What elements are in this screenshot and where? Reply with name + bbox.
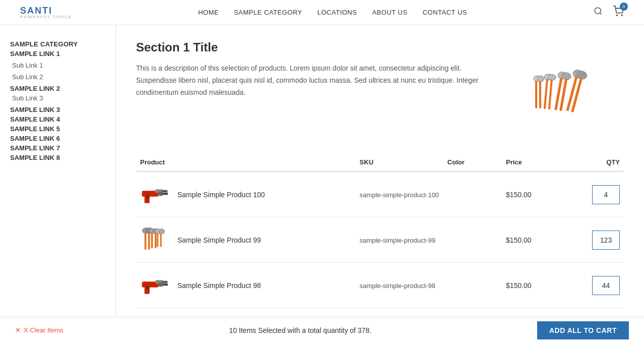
sidebar: SAMPLE CATEGORY SAMPLE LINK 1 Sub Link 1… <box>0 25 116 343</box>
price-value: $150.00 <box>506 281 532 290</box>
cart-count: 0 <box>620 3 628 11</box>
header-icons: 0 <box>594 6 624 19</box>
table-row: Sample Simple Product 99 sample-simple-p… <box>136 217 624 263</box>
svg-line-1 <box>600 13 601 14</box>
svg-rect-43 <box>147 286 149 289</box>
nav-about-us[interactable]: ABOUT US <box>372 9 407 16</box>
col-header-qty: QTY <box>575 153 624 172</box>
product-cell: Sample Simple Product 100 <box>136 172 356 217</box>
clear-items-label: X Clear Items <box>24 326 63 334</box>
nav-contact-us[interactable]: CONTACT US <box>423 9 467 16</box>
color-cell <box>443 217 502 263</box>
product-name: Sample Simple Product 100 <box>177 191 265 199</box>
sidebar-item-sample-category[interactable]: SAMPLE CATEGORY <box>10 40 105 48</box>
cart-icon[interactable]: 0 <box>613 6 624 19</box>
svg-rect-26 <box>163 193 168 195</box>
price-value: $150.00 <box>506 191 532 199</box>
nav-sample-category[interactable]: SAMPLE CATEGORY <box>234 9 302 16</box>
product-image <box>140 270 169 301</box>
svg-point-3 <box>621 15 622 16</box>
product-image <box>140 179 169 210</box>
sidebar-item-link2[interactable]: SAMPLE LINK 2 <box>10 85 105 92</box>
svg-rect-29 <box>145 233 147 250</box>
section-header: This is a description of this selection … <box>136 63 624 138</box>
svg-rect-30 <box>148 233 150 250</box>
sidebar-item-link4[interactable]: SAMPLE LINK 4 <box>10 116 105 123</box>
svg-rect-19 <box>539 81 541 108</box>
svg-point-17 <box>537 76 544 82</box>
price-value: $150.00 <box>506 236 532 244</box>
sidebar-item-link7[interactable]: SAMPLE LINK 7 <box>10 144 105 152</box>
logo-sub: POWERFUL TOOLS <box>20 15 72 19</box>
svg-rect-44 <box>158 282 163 287</box>
col-header-product: Product <box>136 153 356 172</box>
nav-locations[interactable]: LOCATIONS <box>317 9 357 16</box>
product-name: Sample Simple Product 98 <box>177 281 261 290</box>
product-name: Sample Simple Product 99 <box>177 236 261 244</box>
sidebar-item-link1[interactable]: SAMPLE LINK 1 <box>10 50 105 58</box>
col-header-price: Price <box>502 153 575 172</box>
qty-input[interactable] <box>592 185 620 204</box>
sku-cell: sample-simple-product-99 <box>356 217 443 263</box>
svg-rect-15 <box>548 79 553 109</box>
price-cell: $150.00 <box>502 217 575 263</box>
svg-point-2 <box>616 15 617 16</box>
main-nav: HOME SAMPLE CATEGORY LOCATIONS ABOUT US … <box>198 9 467 16</box>
section-description: This is a description of this selection … <box>136 63 493 138</box>
sidebar-item-link5[interactable]: SAMPLE LINK 5 <box>10 125 105 133</box>
svg-rect-33 <box>151 233 153 248</box>
sku-value: sample-simple-product-98 <box>360 282 435 290</box>
svg-rect-37 <box>157 233 158 247</box>
sku-value: sample-simple-product-99 <box>360 237 435 244</box>
sidebar-item-link3[interactable]: SAMPLE LINK 3 <box>10 106 105 113</box>
svg-point-36 <box>159 229 165 234</box>
qty-input[interactable] <box>592 276 620 295</box>
qty-cell <box>575 217 624 263</box>
qty-input[interactable] <box>592 231 620 250</box>
nav-home[interactable]: HOME <box>198 9 219 16</box>
svg-rect-14 <box>544 79 548 109</box>
price-cell: $150.00 <box>502 263 575 308</box>
sku-value: sample-simple-product-100 <box>360 191 439 199</box>
col-header-color: Color <box>443 153 502 172</box>
section-title: Section 1 Title <box>136 40 624 54</box>
sidebar-item-link8[interactable]: SAMPLE LINK 8 <box>10 154 105 161</box>
price-cell: $150.00 <box>502 172 575 217</box>
sidebar-sublink3[interactable]: Sub Link 3 <box>12 94 105 102</box>
logo-name: SANTI <box>20 6 72 15</box>
col-header-sku: SKU <box>356 153 443 172</box>
svg-rect-38 <box>160 233 162 247</box>
color-cell <box>443 172 502 217</box>
svg-rect-34 <box>155 233 157 248</box>
summary-text: 10 Items Selected with a total quantity … <box>229 326 372 334</box>
sku-cell: sample-simple-product-100 <box>356 172 443 217</box>
svg-point-0 <box>595 8 601 14</box>
product-image <box>140 224 169 255</box>
table-row: Sample Simple Product 98 sample-simple-p… <box>136 263 624 308</box>
search-icon[interactable] <box>594 7 603 18</box>
logo[interactable]: SANTI POWERFUL TOOLS <box>20 6 72 19</box>
header: SANTI POWERFUL TOOLS HOME SAMPLE CATEGOR… <box>0 0 644 25</box>
main-content: Section 1 Title This is a description of… <box>116 25 644 343</box>
svg-rect-25 <box>158 192 163 196</box>
bottom-bar: ✕ X Clear Items 10 Items Selected with a… <box>0 317 644 343</box>
svg-rect-22 <box>162 190 168 192</box>
sidebar-sublink2[interactable]: Sub Link 2 <box>12 73 105 81</box>
product-cell: Sample Simple Product 98 <box>136 263 356 308</box>
qty-cell <box>575 263 624 308</box>
hero-image <box>513 63 624 138</box>
table-row: Sample Simple Product 100 sample-simple-… <box>136 172 624 217</box>
sku-cell: sample-simple-product-98 <box>356 263 443 308</box>
svg-rect-24 <box>147 195 149 198</box>
sidebar-item-link6[interactable]: SAMPLE LINK 6 <box>10 135 105 142</box>
add-all-to-cart-button[interactable]: ADD ALL TO CART <box>537 321 629 339</box>
svg-rect-45 <box>163 283 168 285</box>
svg-rect-18 <box>535 81 537 108</box>
qty-cell <box>575 172 624 217</box>
clear-items-button[interactable]: ✕ X Clear Items <box>15 326 63 334</box>
svg-rect-41 <box>162 281 168 283</box>
page-layout: SAMPLE CATEGORY SAMPLE LINK 1 Sub Link 1… <box>0 25 644 343</box>
sidebar-sublink1[interactable]: Sub Link 1 <box>12 62 105 69</box>
color-cell <box>443 263 502 308</box>
product-cell: Sample Simple Product 99 <box>136 217 356 263</box>
